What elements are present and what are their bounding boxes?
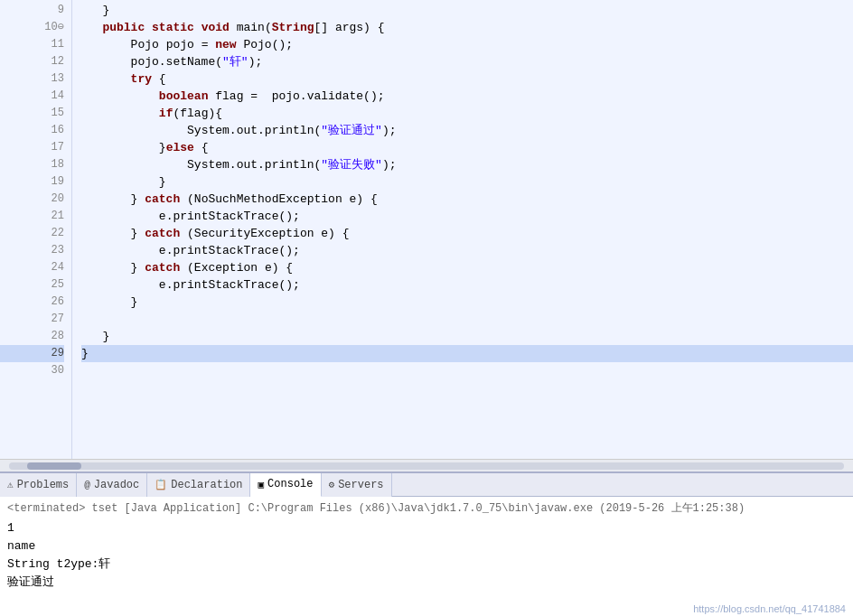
line-num-16: 16 <box>0 122 64 139</box>
code-line-29: } <box>81 345 853 362</box>
console-output-line-4: 验证通过 <box>7 574 846 592</box>
tab-bar: ⚠ Problems @ Javadoc 📋 Declaration ▣ Con… <box>0 473 853 497</box>
tab-console[interactable]: ▣ Console <box>250 473 321 497</box>
console-output-line-2: name <box>7 537 846 555</box>
line-num-10: 10⊖ <box>0 19 64 36</box>
line-num-13: 13 <box>0 70 64 88</box>
console-output: <terminated> tset [Java Application] C:\… <box>0 497 853 616</box>
code-line-27 <box>81 311 853 328</box>
line-num-14: 14 <box>0 88 64 105</box>
line-num-30: 30 <box>0 362 64 379</box>
console-icon: ▣ <box>258 479 264 490</box>
line-num-28: 28 <box>0 328 64 345</box>
watermark: https://blog.csdn.net/qq_41741884 <box>693 603 846 614</box>
tab-javadoc[interactable]: @ Javadoc <box>77 473 147 497</box>
line-numbers: 9 10⊖ 11 12 13 14 15 16 17 18 19 20 21 2… <box>0 0 72 459</box>
line-num-22: 22 <box>0 225 64 242</box>
code-line-15: if(flag){ <box>81 105 853 122</box>
code-line-17: }else { <box>81 139 853 156</box>
code-content[interactable]: } public static void main(String[] args)… <box>72 0 853 459</box>
code-line-30 <box>81 362 853 379</box>
code-line-23: e.printStackTrace(); <box>81 242 853 259</box>
line-num-21: 21 <box>0 208 64 225</box>
line-num-27: 27 <box>0 311 64 328</box>
line-num-26: 26 <box>0 294 64 311</box>
code-line-28: } <box>81 328 853 345</box>
code-container: 9 10⊖ 11 12 13 14 15 16 17 18 19 20 21 2… <box>0 0 853 459</box>
console-output-line-1: 1 <box>7 519 846 537</box>
code-line-22: } catch (SecurityException e) { <box>81 225 853 242</box>
line-num-12: 12 <box>0 53 64 70</box>
code-line-10: public static void main(String[] args) { <box>81 19 853 36</box>
console-terminated-text: <terminated> tset [Java Application] C:\… <box>7 500 846 516</box>
servers-icon: ⚙ <box>329 479 335 490</box>
tab-problems[interactable]: ⚠ Problems <box>0 473 77 497</box>
tab-declaration-label: Declaration <box>171 479 242 491</box>
code-line-19: } <box>81 173 853 191</box>
problems-icon: ⚠ <box>7 479 14 490</box>
scroll-track <box>9 462 844 470</box>
line-num-24: 24 <box>0 259 64 276</box>
javadoc-icon: @ <box>84 480 90 490</box>
tab-console-label: Console <box>267 478 313 490</box>
tab-declaration[interactable]: 📋 Declaration <box>147 473 250 497</box>
code-line-24: } catch (Exception e) { <box>81 259 853 276</box>
declaration-icon: 📋 <box>155 479 167 490</box>
tab-problems-label: Problems <box>17 479 70 491</box>
line-num-25: 25 <box>0 276 64 294</box>
line-num-11: 11 <box>0 36 64 53</box>
bottom-panel: ⚠ Problems @ Javadoc 📋 Declaration ▣ Con… <box>0 471 853 616</box>
bottom-panel-wrapper: ⚠ Problems @ Javadoc 📋 Declaration ▣ Con… <box>0 471 853 616</box>
line-num-20: 20 <box>0 191 64 208</box>
code-line-25: e.printStackTrace(); <box>81 276 853 294</box>
line-num-29: 29 <box>0 345 64 362</box>
tab-servers-label: Servers <box>338 479 383 491</box>
code-line-12: pojo.setName("轩"); <box>81 53 853 70</box>
line-num-9: 9 <box>0 2 64 19</box>
scroll-thumb[interactable] <box>27 462 81 470</box>
line-num-15: 15 <box>0 105 64 122</box>
code-line-9: } <box>81 2 853 19</box>
tab-servers[interactable]: ⚙ Servers <box>322 473 392 497</box>
code-line-16: System.out.println("验证通过"); <box>81 122 853 139</box>
code-line-13: try { <box>81 70 853 88</box>
code-line-20: } catch (NoSuchMethodException e) { <box>81 191 853 208</box>
line-num-19: 19 <box>0 173 64 191</box>
line-num-17: 17 <box>0 139 64 156</box>
tab-javadoc-label: Javadoc <box>94 479 139 491</box>
line-num-23: 23 <box>0 242 64 259</box>
code-line-11: Pojo pojo = new Pojo(); <box>81 36 853 53</box>
code-line-14: boolean flag = pojo.validate(); <box>81 88 853 105</box>
console-output-line-3: String t2ype:轩 <box>7 555 846 574</box>
code-line-18: System.out.println("验证失败"); <box>81 156 853 173</box>
code-line-26: } <box>81 294 853 311</box>
horizontal-scrollbar[interactable] <box>0 459 853 471</box>
line-num-18: 18 <box>0 156 64 173</box>
code-line-21: e.printStackTrace(); <box>81 208 853 225</box>
editor-area: 9 10⊖ 11 12 13 14 15 16 17 18 19 20 21 2… <box>0 0 853 471</box>
